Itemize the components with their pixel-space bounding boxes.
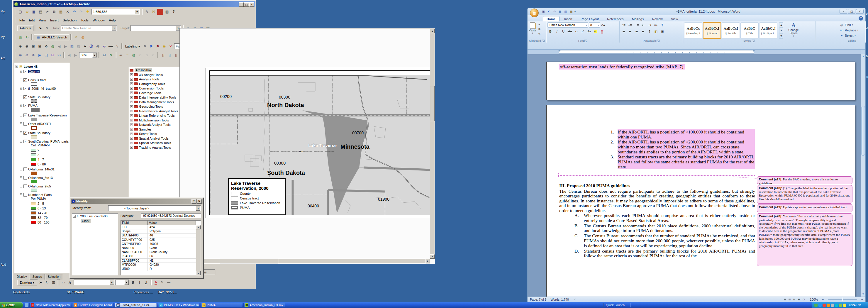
zoom-in-icon[interactable]: + — [861, 298, 863, 301]
toolbar-grip[interactable] — [15, 25, 16, 31]
comment-balloon[interactable]: Comment [a17]: Per the SAC meeting, move… — [757, 176, 852, 184]
clipboard-small-icon[interactable] — [537, 32, 542, 36]
layer-symbol[interactable] — [31, 135, 37, 138]
paragraph-icon[interactable] — [627, 29, 633, 34]
layer-checkbox[interactable] — [24, 176, 27, 180]
close-icon[interactable]: ✕ — [197, 199, 202, 204]
outline-view-icon[interactable]: ▣ — [797, 298, 801, 301]
toolbox-item[interactable]: + Data Management Tools — [130, 100, 180, 104]
menu-item[interactable]: Help — [107, 18, 118, 23]
toolbar-grip[interactable] — [15, 17, 16, 23]
layout-tool-icon[interactable] — [166, 52, 173, 58]
quick-launch-icon[interactable] — [25, 303, 28, 307]
quick-access-icon[interactable] — [563, 9, 568, 14]
toolbar-icon[interactable] — [64, 9, 71, 15]
layer-symbol[interactable] — [31, 189, 37, 192]
zoom-out-icon[interactable]: − — [822, 298, 824, 301]
desktop-icon-label[interactable]: SOFTWARE — [67, 290, 84, 294]
layer-label[interactable]: SouthCarolina_PUMA_partsCnt — [28, 140, 69, 143]
arctoolbox-header[interactable]: ArcToolbox — [130, 68, 180, 72]
window-control-button[interactable] — [856, 9, 864, 14]
print-layout-view-icon[interactable]: ▦ — [783, 298, 787, 301]
toolbar-grip[interactable] — [15, 52, 16, 58]
expand-icon[interactable]: − — [20, 176, 22, 179]
attribute-row[interactable]: LSAD00 06 — [121, 254, 200, 258]
layer-label[interactable]: Number of Parts — [28, 193, 52, 196]
window-control-button[interactable] — [239, 2, 244, 7]
expand-icon[interactable]: − — [20, 193, 22, 196]
toolbox-item[interactable]: + 3D Analyst Tools — [130, 72, 180, 77]
toolbar-icon[interactable] — [164, 9, 170, 15]
expand-icon[interactable]: − — [20, 87, 22, 90]
scroll-down-icon[interactable]: ▼ — [430, 254, 435, 259]
zoom-slider[interactable] — [828, 299, 857, 300]
indent-marker[interactable] — [558, 50, 561, 52]
toolbar-grip[interactable] — [15, 43, 16, 49]
legend-class-row[interactable]: 8 - 86 — [31, 162, 69, 166]
document-area[interactable]: off-reservation trust lands for federall… — [528, 54, 865, 297]
expand-icon[interactable]: + — [130, 105, 133, 108]
map-tool-icon[interactable] — [50, 43, 56, 49]
window-control-button[interactable] — [249, 2, 254, 7]
toolbar-icon[interactable] — [44, 9, 51, 15]
expand-icon[interactable]: − — [20, 70, 22, 73]
scroll-up-icon[interactable]: ▲ — [861, 54, 865, 59]
paste-button[interactable]: Paste ▾ — [529, 22, 536, 36]
identify-from-combobox[interactable]: <Top-most layer>▼ — [108, 205, 201, 211]
toolbox-item[interactable]: + Geostatistical Analyst Tools — [130, 109, 180, 114]
help-button[interactable]: ? — [191, 199, 196, 204]
desktop-icon-label[interactable]: soft — [866, 54, 868, 58]
paragraph-icon[interactable] — [640, 22, 646, 28]
layout-tool-icon[interactable] — [160, 52, 166, 58]
paragraph-icon[interactable] — [634, 29, 640, 34]
paragraph-icon[interactable] — [653, 22, 659, 28]
drawing-tool-icon[interactable] — [44, 280, 50, 285]
toolbox-item[interactable]: + Network Analyst Tools — [130, 123, 180, 127]
editing-button[interactable]: Select ▾ — [840, 33, 864, 38]
taskbar-button[interactable]: ▱ PUMA — [200, 303, 242, 307]
legend-class-row[interactable]: 3 — [31, 153, 69, 157]
window-control-button[interactable] — [848, 9, 856, 14]
layer-label[interactable]: State Boundary — [28, 95, 51, 99]
layout-tool-icon[interactable] — [144, 52, 150, 58]
web-layout-view-icon[interactable]: ▤ — [792, 298, 797, 301]
attribute-row[interactable]: NAME00 Clark — [121, 246, 200, 250]
desktop-icon-label[interactable]: Add — [1, 263, 6, 266]
toolbar-icon[interactable] — [71, 9, 78, 15]
expand-icon[interactable]: + — [130, 83, 133, 85]
toolbox-item[interactable]: + Samples — [130, 127, 180, 132]
layout-page[interactable]: 0020000300North Dakota00700Lake Traverse… — [206, 68, 433, 218]
expand-icon[interactable]: + — [130, 128, 133, 130]
expand-icon[interactable]: + — [130, 101, 133, 103]
editing-button[interactable]: Replace ▾ — [840, 28, 864, 33]
layer-symbol[interactable] — [31, 108, 39, 112]
dialog-launcher-icon[interactable]: ↘ — [584, 40, 587, 42]
toolbox-item[interactable]: + Data Interoperability Tools — [130, 95, 180, 100]
toolbar-icon[interactable] — [78, 9, 84, 15]
ribbon-tab[interactable]: Review — [649, 17, 666, 22]
expand-icon[interactable]: − — [20, 140, 22, 143]
start-button[interactable]: Start — [0, 302, 23, 308]
taskbar-button[interactable]: ● Dierdre Bevington Attard... — [72, 303, 114, 307]
font-format-icon[interactable] — [599, 29, 605, 34]
target-combobox[interactable]: ▼ — [130, 25, 181, 31]
labeling-tool-icon[interactable] — [148, 43, 154, 49]
font-format-icon[interactable] — [580, 29, 586, 34]
taskbar-button[interactable]: e PUMS Files - Windows In... — [158, 303, 199, 307]
legend-class-row[interactable]: 2 - 5 — [31, 202, 69, 206]
layer-symbol[interactable] — [31, 99, 37, 103]
attribute-row[interactable]: Shape Polygon — [121, 229, 200, 234]
scroll-down-icon[interactable]: ▼ — [196, 271, 200, 275]
layer-label[interactable]: County — [28, 70, 39, 73]
document-page-1[interactable]: off-reservation trust lands for federall… — [546, 62, 855, 100]
toolbar-icon[interactable] — [58, 9, 64, 15]
layer-checkbox[interactable] — [24, 87, 27, 90]
clipboard-small-icon[interactable] — [537, 27, 542, 31]
apollo-tool-icon[interactable] — [80, 34, 86, 40]
editor-menu-button[interactable]: Editor ▾ — [17, 26, 33, 31]
dataframe-label[interactable]: Lower 48 — [24, 65, 37, 68]
desktop-icon-label[interactable]: My — [1, 35, 5, 39]
expand-icon[interactable]: + — [130, 114, 133, 117]
desktop-icon-label[interactable]: ing — [866, 75, 868, 78]
expand-icon[interactable]: + — [130, 92, 133, 94]
